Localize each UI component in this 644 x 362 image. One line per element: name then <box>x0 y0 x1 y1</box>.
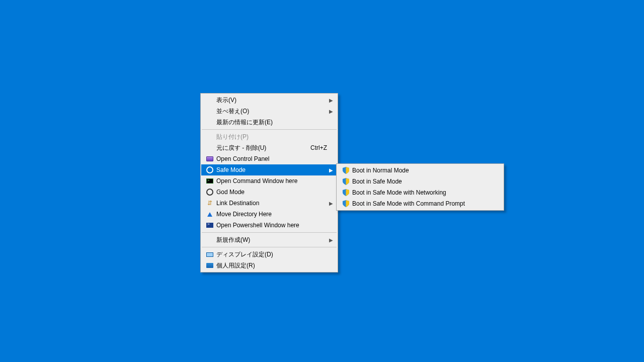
desktop-context-menu: 表示(V) ▶ 並べ替え(O) ▶ 最新の情報に更新(E) 貼り付け(P) 元に… <box>200 93 338 273</box>
menu-item-safe-mode[interactable]: Safe Mode ▶ <box>201 164 337 175</box>
menu-label: 新規作成(W) <box>216 236 327 244</box>
safe-mode-submenu: Boot in Normal Mode Boot in Safe Mode Bo… <box>336 163 504 211</box>
menu-label: Open Powershell Window here <box>216 222 327 229</box>
menu-item-view[interactable]: 表示(V) ▶ <box>201 95 337 106</box>
menu-label: Boot in Safe Mode with Command Prompt <box>352 200 493 207</box>
submenu-arrow-icon: ▶ <box>329 109 333 114</box>
menu-label: Boot in Normal Mode <box>352 167 493 174</box>
menu-label: 元に戻す - 削除(U) <box>216 144 300 152</box>
powershell-icon <box>204 221 215 229</box>
menu-item-open-command-window[interactable]: Open Command Window here <box>201 175 337 187</box>
menu-separator <box>202 232 337 233</box>
menu-item-refresh[interactable]: 最新の情報に更新(E) <box>201 117 337 128</box>
menu-label: Open Command Window here <box>216 177 327 185</box>
menu-shortcut: Ctrl+Z <box>310 144 327 151</box>
menu-label: ディスプレイ設定(D) <box>216 250 327 259</box>
submenu-arrow-icon: ▶ <box>329 98 333 103</box>
blank-icon <box>204 107 215 115</box>
gear-icon <box>204 188 215 196</box>
shield-icon <box>340 177 351 186</box>
menu-item-sort[interactable]: 並べ替え(O) ▶ <box>201 106 337 117</box>
submenu-item-boot-safe-cmd[interactable]: Boot in Safe Mode with Command Prompt <box>337 198 503 209</box>
gear-icon <box>204 166 215 174</box>
menu-label: 貼り付け(P) <box>216 133 327 141</box>
blank-icon <box>204 96 215 104</box>
submenu-item-boot-safe-networking[interactable]: Boot in Safe Mode with Networking <box>337 187 503 198</box>
menu-item-open-control-panel[interactable]: Open Control Panel <box>201 153 337 164</box>
shield-icon <box>340 200 351 208</box>
submenu-item-boot-normal[interactable]: Boot in Normal Mode <box>337 165 503 176</box>
menu-label: Move Directory Here <box>216 211 327 218</box>
blank-icon <box>204 144 215 152</box>
menu-item-display-settings[interactable]: ディスプレイ設定(D) <box>201 249 337 260</box>
cmd-icon <box>204 177 215 185</box>
menu-item-personalize[interactable]: 個人用設定(R) <box>201 260 337 271</box>
submenu-arrow-icon: ▶ <box>329 237 333 243</box>
submenu-arrow-icon: ▶ <box>329 201 333 206</box>
link-icon: ⇵ <box>204 199 215 207</box>
menu-separator <box>202 129 337 130</box>
menu-label: Open Control Panel <box>216 155 327 162</box>
menu-label: Link Destination <box>216 200 327 207</box>
menu-item-move-directory[interactable]: Move Directory Here <box>201 209 337 220</box>
shield-icon <box>340 189 351 197</box>
menu-label: 表示(V) <box>216 96 327 105</box>
menu-label: 最新の情報に更新(E) <box>216 118 327 127</box>
control-panel-icon <box>204 155 215 163</box>
move-icon <box>204 210 215 218</box>
blank-icon <box>204 236 215 244</box>
menu-label: 並べ替え(O) <box>216 107 327 116</box>
submenu-item-boot-safe[interactable]: Boot in Safe Mode <box>337 176 503 187</box>
menu-item-link-destination[interactable]: ⇵ Link Destination ▶ <box>201 198 337 209</box>
menu-label: Boot in Safe Mode with Networking <box>352 189 493 196</box>
submenu-arrow-icon: ▶ <box>329 167 333 173</box>
blank-icon <box>204 133 215 141</box>
blank-icon <box>204 118 215 126</box>
menu-item-undo[interactable]: 元に戻す - 削除(U) Ctrl+Z <box>201 142 337 153</box>
menu-label: God Mode <box>216 189 327 196</box>
personalize-icon <box>204 261 215 269</box>
menu-item-open-powershell[interactable]: Open Powershell Window here <box>201 220 337 231</box>
menu-item-god-mode[interactable]: God Mode <box>201 187 337 198</box>
menu-label: 個人用設定(R) <box>216 261 327 270</box>
menu-label: Safe Mode <box>216 166 327 173</box>
menu-label: Boot in Safe Mode <box>352 178 493 185</box>
menu-separator <box>202 247 337 247</box>
display-icon <box>204 250 215 258</box>
menu-item-paste: 貼り付け(P) <box>201 131 337 142</box>
menu-item-new[interactable]: 新規作成(W) ▶ <box>201 234 337 245</box>
shield-icon <box>340 166 351 174</box>
